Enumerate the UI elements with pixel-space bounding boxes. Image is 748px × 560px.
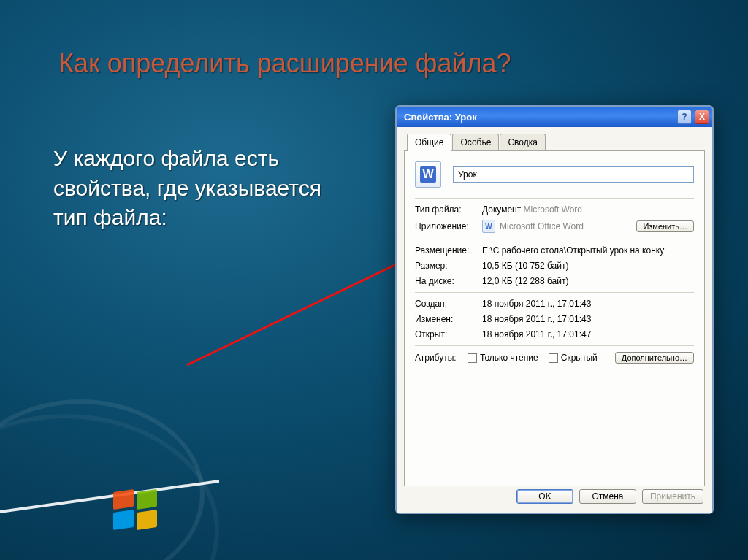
row-size: Размер: 10,5 КБ (10 752 байт) (415, 261, 694, 271)
slide-body-text: У каждого файла есть свойства, где указы… (53, 144, 360, 233)
word-app-icon: W (482, 220, 495, 233)
divider (415, 345, 694, 346)
label-location: Размещение: (415, 245, 482, 256)
value-application: W Microsoft Office Word (482, 220, 636, 233)
row-application: Приложение: W Microsoft Office Word Изме… (415, 220, 694, 233)
tab-general[interactable]: Общие (407, 134, 451, 151)
help-icon: ? (682, 112, 687, 121)
value-location: E:\С рабочего стола\Открытый урок на кон… (482, 245, 694, 256)
label-application: Приложение: (415, 221, 482, 231)
value-opened: 18 ноября 2011 г., 17:01:47 (482, 329, 694, 340)
divider (415, 239, 694, 239)
slide-title: Как определить расширение файла? (58, 48, 511, 79)
label-modified: Изменен: (415, 314, 482, 324)
apply-button[interactable]: Применить (642, 489, 703, 504)
value-ondisk: 12,0 КБ (12 288 байт) (482, 276, 694, 286)
value-modified: 18 ноября 2011 г., 17:01:43 (482, 314, 694, 324)
value-size: 10,5 КБ (10 752 байт) (482, 261, 694, 271)
cancel-button[interactable]: Отмена (579, 489, 636, 504)
filename-input[interactable] (453, 166, 694, 183)
advanced-button[interactable]: Дополнительно… (615, 352, 694, 364)
divider (415, 292, 694, 293)
tab-page-general: W Тип файла: Документ Microsoft Word При… (404, 150, 705, 486)
label-ondisk: На диске: (415, 276, 482, 286)
decorative-line (0, 480, 219, 513)
label-readonly: Только чтение (480, 353, 538, 363)
ok-button[interactable]: OK (516, 489, 573, 504)
windows-logo-icon (113, 491, 164, 534)
row-attributes: Атрибуты: Только чтение Скрытый Дополнит… (415, 352, 694, 364)
tab-strip: Общие Особье Сводка (407, 133, 712, 150)
dialog-title: Свойства: Урок (404, 112, 477, 123)
word-document-icon: W (415, 161, 441, 188)
row-created: Создан: 18 ноября 2011 г., 17:01:43 (415, 299, 694, 309)
row-opened: Открыт: 18 ноября 2011 г., 17:01:47 (415, 329, 694, 340)
decorative-arc (0, 399, 205, 560)
row-modified: Изменен: 18 ноября 2011 г., 17:01:43 (415, 314, 694, 324)
tab-special[interactable]: Особье (452, 134, 499, 151)
row-ondisk: На диске: 12,0 КБ (12 288 байт) (415, 276, 694, 286)
help-button[interactable]: ? (677, 110, 692, 124)
label-size: Размер: (415, 261, 482, 271)
label-attributes: Атрибуты: (415, 353, 465, 363)
row-filetype: Тип файла: Документ Microsoft Word (415, 204, 694, 215)
label-created: Создан: (415, 299, 482, 309)
row-location: Размещение: E:\С рабочего стола\Открытый… (415, 245, 694, 256)
change-app-button[interactable]: Изменить… (636, 220, 694, 232)
divider (415, 198, 694, 199)
close-button[interactable]: X (695, 110, 709, 124)
label-filetype: Тип файла: (415, 204, 482, 215)
dialog-button-row: OK Отмена Применить (516, 489, 703, 504)
checkbox-readonly[interactable] (468, 353, 477, 363)
checkbox-hidden[interactable] (549, 353, 558, 363)
presentation-slide: Как определить расширение файла? У каждо… (0, 0, 748, 560)
properties-dialog: Свойства: Урок ? X Общие Особье Сводка W (395, 105, 714, 514)
tab-summary[interactable]: Сводка (500, 134, 546, 151)
label-opened: Открыт: (415, 329, 482, 340)
close-icon: X (699, 112, 705, 121)
dialog-titlebar[interactable]: Свойства: Урок ? X (397, 107, 712, 127)
value-created: 18 ноября 2011 г., 17:01:43 (482, 299, 694, 309)
label-hidden: Скрытый (561, 353, 598, 363)
value-filetype: Документ Microsoft Word (482, 204, 694, 215)
